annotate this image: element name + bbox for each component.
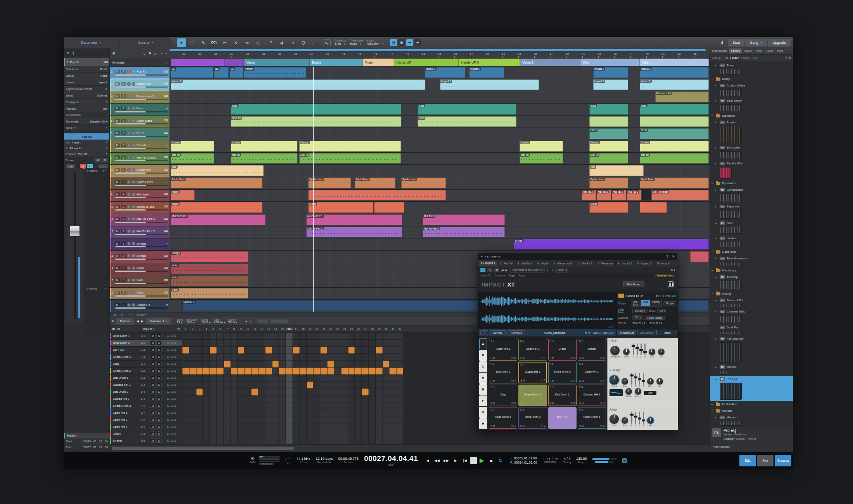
pad-open-hh-1[interactable]: G 4Open HH 1S M◫ 3 <box>578 362 606 383</box>
step-cell[interactable] <box>238 354 245 361</box>
clip[interactable]: Mai Tai 2 <box>612 190 626 201</box>
step-cell[interactable] <box>293 375 300 381</box>
step-cell[interactable] <box>348 430 355 437</box>
pattern-instrument-dropdown[interactable]: Impact ▼ <box>123 327 175 331</box>
step-cell[interactable] <box>238 340 245 347</box>
clip[interactable]: Chords <box>231 141 297 152</box>
step-cell[interactable] <box>396 395 403 402</box>
step-cell[interactable] <box>182 333 189 340</box>
step-cell[interactable] <box>210 333 217 340</box>
step-cell[interactable] <box>258 402 265 409</box>
step-cell[interactable] <box>389 416 396 423</box>
step-cell[interactable] <box>189 402 196 409</box>
step-cell[interactable] <box>251 430 258 437</box>
step-cell[interactable] <box>279 423 286 430</box>
step-cell[interactable] <box>334 430 341 437</box>
step-cell[interactable] <box>258 333 265 340</box>
step-cell[interactable] <box>189 340 196 347</box>
step-cell[interactable] <box>210 423 217 430</box>
clip[interactable] <box>374 202 404 213</box>
step-cell[interactable] <box>279 430 286 437</box>
insert-prev-icon[interactable]: ⇤ <box>547 269 549 272</box>
row-solo-button[interactable]: S <box>156 418 162 422</box>
volume-knob-icon[interactable] <box>622 458 627 463</box>
step-cell[interactable] <box>265 368 272 375</box>
track-mute-button[interactable]: M <box>115 143 120 147</box>
step-cell[interactable] <box>231 375 238 381</box>
step-cell[interactable] <box>355 437 362 444</box>
pattern-control[interactable]: Steps32 ▾ <box>177 318 183 324</box>
step-cell[interactable] <box>279 368 286 375</box>
step-cell[interactable] <box>355 416 362 423</box>
step-cell[interactable] <box>224 395 231 402</box>
next-variation-button[interactable]: ▶ <box>141 319 143 323</box>
track-header[interactable]: 4MSResource Kit⌨ <box>110 91 169 103</box>
clip[interactable] <box>690 251 709 262</box>
browser-tab-effects[interactable]: Effects <box>729 48 742 54</box>
track-header[interactable]: 6MSPrezi⌨ <box>110 128 169 140</box>
step-cell[interactable] <box>313 381 320 388</box>
step-cell[interactable] <box>286 409 293 416</box>
plugin-thumbnail[interactable] <box>710 126 793 144</box>
row-mute-button[interactable]: M <box>150 425 155 429</box>
track-lane[interactable]: BDBDBDPatternImpact 2Impact 2Impact 2Imp… <box>169 67 710 79</box>
track-solo-button[interactable]: S <box>121 168 126 172</box>
performance-meter[interactable]: Performance <box>259 456 280 465</box>
step-cell[interactable] <box>320 430 327 437</box>
step-cell[interactable] <box>196 347 203 354</box>
step-cell[interactable] <box>327 361 334 368</box>
step-cell[interactable] <box>244 395 251 402</box>
step-cell[interactable] <box>196 430 203 437</box>
step-cell[interactable] <box>293 361 300 368</box>
step-cell[interactable] <box>396 423 403 430</box>
crosshair-toggle[interactable]: ✛ <box>414 39 421 46</box>
follow-icon[interactable]: ⇥ <box>288 38 297 47</box>
step-cell[interactable] <box>369 437 376 444</box>
step-cell[interactable] <box>348 354 355 361</box>
step-cell[interactable] <box>300 402 307 409</box>
step-cell[interactable] <box>348 347 355 354</box>
track-lane[interactable]: BassBassBassBass <box>169 104 710 116</box>
layer-mode-dropdown[interactable]: Velocity ▾ <box>632 309 648 313</box>
row-mute-button[interactable]: M <box>150 404 155 408</box>
step-cell[interactable] <box>251 347 258 354</box>
step-cell[interactable] <box>307 416 314 423</box>
row-solo-button[interactable]: S <box>156 397 162 401</box>
drive-knob[interactable] <box>625 388 632 395</box>
step-cell[interactable] <box>251 340 258 347</box>
step-cell[interactable] <box>258 375 265 381</box>
plugin-thumbnail[interactable] <box>710 280 793 290</box>
smart-range-tool[interactable]: ⬚ <box>188 38 197 47</box>
step-cell[interactable] <box>224 368 231 375</box>
info-icon[interactable]: i <box>73 51 74 55</box>
step-cell[interactable] <box>272 361 279 368</box>
step-cell[interactable] <box>341 381 348 388</box>
step-cell[interactable] <box>341 395 348 402</box>
snap-dropdown[interactable]: Snap Adaptive▼ <box>367 39 384 46</box>
step-cell[interactable] <box>348 333 355 340</box>
track-solo-button[interactable]: S <box>121 205 126 209</box>
track-header[interactable]: 3MSTrance Kit⌨ <box>110 79 169 91</box>
track-header[interactable]: 9MSMai..epet⌨ <box>110 190 169 202</box>
timing-display[interactable]: 4 / 4Timing <box>563 457 571 464</box>
step-cell[interactable] <box>224 423 231 430</box>
step-cell[interactable] <box>341 430 348 437</box>
instrument-tab[interactable]: 3 - Mai Tai 2 <box>515 261 535 266</box>
clip[interactable]: Mai Tai 3 <box>423 214 505 225</box>
step-cell[interactable] <box>320 402 327 409</box>
channel-mute-button[interactable]: M <box>95 158 101 162</box>
step-cell[interactable] <box>362 395 369 402</box>
tree-item-mixtool[interactable]: ▸FXMixtool <box>710 364 793 370</box>
track-header[interactable]: MSSynth Lines▱ <box>110 177 169 189</box>
step-cell[interactable] <box>224 430 231 437</box>
step-cell[interactable] <box>300 361 307 368</box>
track-monitor-button[interactable] <box>132 217 135 221</box>
clip[interactable]: Impact 2 <box>593 79 628 90</box>
row-mute-button[interactable]: M <box>150 369 155 373</box>
clip[interactable]: Synth Lines <box>589 178 628 188</box>
step-cell[interactable] <box>244 388 251 395</box>
step-cell[interactable] <box>244 340 251 347</box>
step-cell[interactable] <box>307 340 314 347</box>
step-cell[interactable] <box>341 409 348 416</box>
plugin-thumbnail[interactable] <box>710 167 793 180</box>
